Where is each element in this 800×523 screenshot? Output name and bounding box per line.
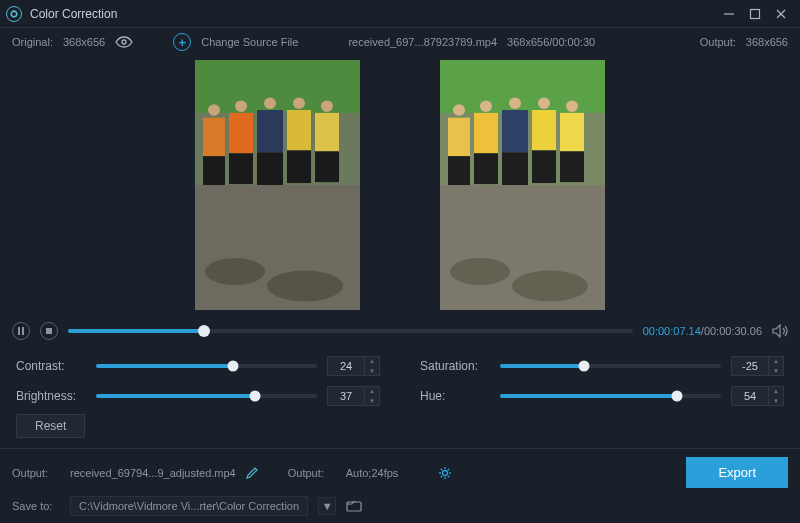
output-preview — [440, 60, 605, 310]
svg-point-43 — [509, 98, 521, 110]
svg-point-29 — [450, 258, 510, 285]
hue-label: Hue: — [420, 389, 490, 403]
playback-row: 00:00:07.14/00:00:30.06 — [0, 316, 800, 346]
svg-rect-7 — [195, 60, 360, 113]
svg-rect-13 — [257, 110, 283, 152]
svg-rect-48 — [46, 328, 52, 334]
svg-rect-40 — [560, 151, 584, 182]
hue-stepper[interactable]: 54▲▼ — [731, 386, 784, 406]
minimize-button[interactable] — [716, 4, 742, 24]
svg-rect-20 — [315, 151, 339, 182]
svg-rect-27 — [440, 60, 605, 113]
original-preview — [195, 60, 360, 310]
export-button[interactable]: Export — [686, 457, 788, 488]
app-icon — [6, 6, 22, 22]
svg-rect-47 — [22, 327, 24, 335]
contrast-label: Contrast: — [16, 359, 86, 373]
svg-rect-15 — [315, 113, 339, 151]
output-row: Output: received_69794...9_adjusted.mp4 … — [12, 457, 788, 488]
window-title: Color Correction — [30, 7, 117, 21]
svg-rect-50 — [347, 502, 361, 511]
add-source-icon[interactable]: + — [173, 33, 191, 51]
output-format: Auto;24fps — [346, 467, 399, 479]
svg-point-45 — [566, 100, 578, 112]
svg-rect-35 — [560, 113, 584, 151]
svg-point-30 — [512, 271, 588, 302]
brightness-row: Brightness: 37▲▼ — [16, 386, 380, 406]
svg-rect-18 — [257, 152, 283, 185]
output-format-label: Output: — [288, 467, 336, 479]
svg-point-42 — [480, 100, 492, 112]
open-folder-icon[interactable] — [346, 500, 362, 512]
hue-slider[interactable] — [500, 394, 721, 398]
output-file-label: Output: — [12, 467, 60, 479]
svg-point-0 — [11, 11, 17, 17]
change-source-button[interactable]: Change Source File — [201, 36, 298, 48]
source-filename: received_697...87923789.mp4 — [348, 36, 497, 48]
maximize-button[interactable] — [742, 4, 768, 24]
info-row: Original: 368x656 + Change Source File r… — [0, 28, 800, 56]
output-filename: received_69794...9_adjusted.mp4 — [70, 467, 236, 479]
save-to-label: Save to: — [12, 500, 60, 512]
edit-filename-icon[interactable] — [246, 467, 258, 479]
svg-rect-14 — [287, 110, 311, 150]
save-path-dropdown[interactable]: ▼ — [318, 497, 336, 515]
output-dims: 368x656 — [746, 36, 788, 48]
saturation-row: Saturation: -25▲▼ — [420, 356, 784, 376]
titlebar: Color Correction — [0, 0, 800, 28]
output-label: Output: — [700, 36, 736, 48]
svg-point-23 — [264, 98, 276, 110]
contrast-row: Contrast: 24▲▼ — [16, 356, 380, 376]
svg-point-10 — [267, 271, 343, 302]
saturation-stepper[interactable]: -25▲▼ — [731, 356, 784, 376]
saturation-label: Saturation: — [420, 359, 490, 373]
contrast-slider[interactable] — [96, 364, 317, 368]
svg-rect-38 — [502, 152, 528, 185]
saturation-slider[interactable] — [500, 364, 721, 368]
svg-rect-2 — [751, 9, 760, 18]
timecode: 00:00:07.14/00:00:30.06 — [643, 325, 762, 337]
settings-icon[interactable] — [438, 466, 452, 480]
close-button[interactable] — [768, 4, 794, 24]
seek-slider[interactable] — [68, 329, 633, 333]
stop-button[interactable] — [40, 322, 58, 340]
svg-rect-17 — [229, 153, 253, 184]
svg-point-21 — [208, 104, 220, 116]
brightness-slider[interactable] — [96, 394, 317, 398]
svg-point-41 — [453, 104, 465, 116]
time-current: 00:00:07.14 — [643, 325, 701, 337]
svg-rect-33 — [502, 110, 528, 152]
svg-point-24 — [293, 98, 305, 110]
original-dims: 368x656 — [63, 36, 105, 48]
svg-point-9 — [205, 258, 265, 285]
svg-rect-11 — [203, 118, 225, 156]
pause-button[interactable] — [12, 322, 30, 340]
svg-point-44 — [538, 98, 550, 110]
svg-rect-36 — [448, 156, 470, 185]
svg-rect-31 — [448, 118, 470, 156]
sliders-panel: Contrast: 24▲▼ Saturation: -25▲▼ Brightn… — [0, 346, 800, 406]
svg-rect-16 — [203, 156, 225, 185]
volume-icon[interactable] — [772, 324, 788, 338]
brightness-label: Brightness: — [16, 389, 86, 403]
reset-button[interactable]: Reset — [16, 414, 85, 438]
brightness-stepper[interactable]: 37▲▼ — [327, 386, 380, 406]
contrast-stepper[interactable]: 24▲▼ — [327, 356, 380, 376]
svg-rect-37 — [474, 153, 498, 184]
svg-point-5 — [122, 40, 126, 44]
svg-point-22 — [235, 100, 247, 112]
svg-rect-46 — [18, 327, 20, 335]
time-total: /00:00:30.06 — [701, 325, 762, 337]
svg-rect-34 — [532, 110, 556, 150]
svg-rect-12 — [229, 113, 253, 153]
save-row: Save to: C:\Vidmore\Vidmore Vi...rter\Co… — [12, 496, 788, 516]
save-path[interactable]: C:\Vidmore\Vidmore Vi...rter\Color Corre… — [70, 496, 308, 516]
hue-row: Hue: 54▲▼ — [420, 386, 784, 406]
svg-point-49 — [443, 470, 448, 475]
original-label: Original: — [12, 36, 53, 48]
source-meta: 368x656/00:00:30 — [507, 36, 595, 48]
svg-rect-19 — [287, 150, 311, 183]
svg-rect-39 — [532, 150, 556, 183]
eye-icon[interactable] — [115, 36, 133, 48]
preview-area — [0, 56, 800, 316]
